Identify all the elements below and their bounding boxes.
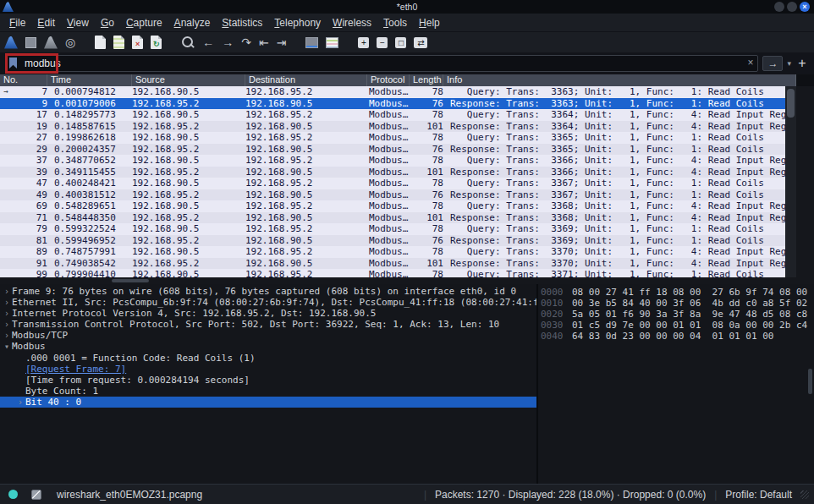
cell-length: 76 bbox=[410, 235, 443, 247]
colorize-icon[interactable] bbox=[326, 37, 338, 48]
maximize-button[interactable] bbox=[787, 2, 797, 12]
go-last-packet-icon[interactable]: ⇥ bbox=[277, 34, 287, 51]
stop-capture-icon[interactable] bbox=[25, 37, 36, 48]
hex-row-0030[interactable]: 003001 c5 d9 7e 00 00 01 01 08 0a 00 00 … bbox=[538, 320, 814, 331]
go-forward-icon[interactable]: → bbox=[222, 34, 234, 51]
expander-icon[interactable]: › bbox=[15, 397, 25, 408]
cell-gutter bbox=[0, 258, 12, 270]
minimize-button[interactable] bbox=[774, 2, 784, 12]
zoom-100-icon[interactable]: □ bbox=[395, 37, 406, 48]
expander-icon[interactable]: › bbox=[2, 319, 12, 330]
menu-capture[interactable]: Capture bbox=[120, 17, 168, 29]
expander-icon[interactable]: ▾ bbox=[2, 341, 12, 352]
packet-row-7[interactable]: →70.000794812192.168.90.5192.168.95.2Mod… bbox=[0, 86, 785, 98]
menu-edit[interactable]: Edit bbox=[31, 17, 61, 29]
menu-go[interactable]: Go bbox=[95, 17, 120, 29]
detail-line-7[interactable]: [Request Frame: 7] bbox=[0, 364, 536, 375]
packet-list-hscrollbar[interactable] bbox=[0, 277, 814, 284]
column-header-info[interactable]: Info bbox=[443, 74, 796, 86]
add-filter-button[interactable]: + bbox=[795, 56, 809, 71]
detail-line-2[interactable]: ›Internet Protocol Version 4, Src: 192.1… bbox=[0, 308, 536, 319]
menu-analyze[interactable]: Analyze bbox=[168, 17, 217, 29]
reload-file-icon[interactable]: ↻ bbox=[151, 36, 162, 49]
hex-row-0000[interactable]: 000008 00 27 41 ff 18 08 00 27 6b 9f 74 … bbox=[538, 287, 814, 298]
profile-label[interactable]: Profile: Default bbox=[725, 489, 792, 501]
scrollbar-thumb[interactable] bbox=[787, 89, 795, 118]
details-scrollbar-thumb[interactable] bbox=[808, 369, 812, 394]
expander-icon[interactable]: › bbox=[2, 297, 12, 308]
column-header-destination[interactable]: Destination bbox=[245, 74, 367, 86]
save-file-icon[interactable] bbox=[113, 36, 124, 49]
packet-row-69[interactable]: 690.548289651192.168.90.5192.168.95.2Mod… bbox=[0, 200, 785, 212]
go-back-icon[interactable]: ← bbox=[202, 34, 214, 51]
packet-row-47[interactable]: 470.400248421192.168.90.5192.168.95.2Mod… bbox=[0, 178, 785, 189]
packet-row-39[interactable]: 390.349115455192.168.95.2192.168.90.5Mod… bbox=[0, 167, 785, 178]
start-capture-icon[interactable] bbox=[4, 36, 18, 49]
resize-grip[interactable] bbox=[800, 490, 809, 499]
open-file-icon[interactable] bbox=[95, 36, 106, 49]
apply-filter-button[interactable]: → bbox=[762, 56, 783, 71]
filter-dropdown-caret-icon[interactable]: ▾ bbox=[787, 59, 791, 68]
packet-row-19[interactable]: 190.148587615192.168.95.2192.168.90.5Mod… bbox=[0, 121, 785, 133]
detail-line-9[interactable]: Byte Count: 1 bbox=[0, 386, 536, 397]
detail-line-6[interactable]: .000 0001 = Function Code: Read Coils (1… bbox=[0, 353, 536, 364]
expander-icon[interactable]: › bbox=[2, 308, 12, 319]
detail-line-8[interactable]: [Time from request: 0.000284194 seconds] bbox=[0, 375, 536, 386]
expert-info-icon[interactable] bbox=[8, 490, 18, 499]
detail-line-10[interactable]: ›Bit 40 : 0 bbox=[0, 397, 536, 408]
detail-line-5[interactable]: ▾Modbus bbox=[0, 341, 536, 352]
go-first-packet-icon[interactable]: ⇤ bbox=[259, 34, 269, 51]
capture-comment-icon[interactable] bbox=[31, 490, 41, 500]
detail-link[interactable]: [Request Frame: 7] bbox=[25, 364, 126, 375]
packet-row-37[interactable]: 370.348770652192.168.90.5192.168.95.2Mod… bbox=[0, 155, 785, 167]
menu-view[interactable]: View bbox=[61, 17, 95, 29]
find-packet-icon[interactable] bbox=[181, 36, 195, 49]
hex-row-0010[interactable]: 001000 3e b5 84 40 00 3f 06 4b dd c0 a8 … bbox=[538, 298, 814, 309]
expander-icon[interactable]: › bbox=[2, 330, 12, 341]
hscrollbar-thumb[interactable] bbox=[112, 279, 149, 282]
menu-file[interactable]: File bbox=[3, 17, 31, 29]
hex-row-0040[interactable]: 004064 83 0d 23 00 00 00 04 01 01 01 00 bbox=[538, 331, 814, 342]
menu-statistics[interactable]: Statistics bbox=[216, 17, 268, 29]
cell-destination: 192.168.95.2 bbox=[245, 178, 367, 189]
capture-options-icon[interactable]: ◎ bbox=[65, 34, 75, 51]
zoom-in-icon[interactable]: + bbox=[358, 37, 369, 48]
packet-row-49[interactable]: 490.400381512192.168.95.2192.168.90.5Mod… bbox=[0, 189, 785, 201]
packet-row-81[interactable]: 810.599496952192.168.95.2192.168.90.5Mod… bbox=[0, 235, 785, 247]
packet-row-99[interactable]: 990.799904410192.168.90.5192.168.95.2Mod… bbox=[0, 269, 785, 277]
packet-row-79[interactable]: 790.599322524192.168.90.5192.168.95.2Mod… bbox=[0, 223, 785, 235]
packet-list-scrollbar[interactable] bbox=[785, 86, 796, 277]
detail-line-0[interactable]: ›Frame 9: 76 bytes on wire (608 bits), 7… bbox=[0, 286, 536, 297]
menu-help[interactable]: Help bbox=[413, 17, 446, 29]
column-header-protocol[interactable]: Protocol bbox=[367, 74, 410, 86]
resize-columns-icon[interactable]: ⇄ bbox=[414, 37, 427, 48]
menu-tools[interactable]: Tools bbox=[377, 17, 413, 29]
close-file-icon[interactable]: × bbox=[132, 36, 143, 49]
column-header-time[interactable]: Time bbox=[47, 74, 132, 86]
packet-row-91[interactable]: 910.749038542192.168.95.2192.168.90.5Mod… bbox=[0, 258, 785, 270]
close-button[interactable]: × bbox=[800, 2, 810, 12]
expander-spacer bbox=[15, 386, 25, 397]
column-header-no[interactable]: No. bbox=[0, 74, 47, 86]
detail-line-3[interactable]: ›Transmission Control Protocol, Src Port… bbox=[0, 319, 536, 330]
column-header-length[interactable]: Length bbox=[410, 74, 443, 86]
auto-scroll-icon[interactable] bbox=[305, 37, 318, 48]
hex-row-0020[interactable]: 00205a 05 01 f6 90 3a 3f 8a 9e 47 48 d5 … bbox=[538, 309, 814, 320]
go-to-packet-icon[interactable]: ↷ bbox=[241, 34, 251, 51]
packet-row-27[interactable]: 270.199862618192.168.90.5192.168.95.2Mod… bbox=[0, 132, 785, 144]
zoom-out-icon[interactable]: − bbox=[377, 37, 388, 48]
menu-telephony[interactable]: Telephony bbox=[268, 17, 327, 29]
packet-row-71[interactable]: 710.548448350192.168.95.2192.168.90.5Mod… bbox=[0, 212, 785, 224]
display-filter-input[interactable] bbox=[5, 55, 758, 72]
clear-filter-icon[interactable]: × bbox=[747, 57, 753, 68]
column-header-source[interactable]: Source bbox=[132, 74, 245, 86]
expander-icon[interactable]: › bbox=[2, 286, 12, 297]
packet-row-29[interactable]: 290.200024357192.168.95.2192.168.90.5Mod… bbox=[0, 144, 785, 156]
detail-line-4[interactable]: ›Modbus/TCP bbox=[0, 330, 536, 341]
detail-line-1[interactable]: ›Ethernet II, Src: PcsCompu_6b:9f:74 (08… bbox=[0, 297, 536, 308]
restart-capture-icon[interactable] bbox=[44, 36, 58, 49]
packet-row-9[interactable]: 90.001079006192.168.95.2192.168.90.5Modb… bbox=[0, 98, 785, 110]
packet-row-89[interactable]: 890.748757991192.168.90.5192.168.95.2Mod… bbox=[0, 246, 785, 258]
menu-wireless[interactable]: Wireless bbox=[327, 17, 377, 29]
packet-row-17[interactable]: 170.148295773192.168.90.5192.168.95.2Mod… bbox=[0, 109, 785, 121]
